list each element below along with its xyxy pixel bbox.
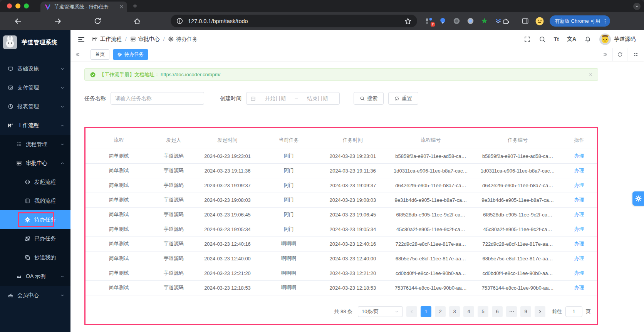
search-button[interactable] — [539, 36, 546, 43]
cell-start-time: 2024-03-23 12:40:00 — [196, 251, 260, 266]
ext-balloon-icon[interactable] — [439, 17, 447, 25]
layout-grid-button[interactable] — [627, 48, 644, 61]
site-info-icon[interactable] — [176, 17, 183, 25]
handle-link[interactable]: 办理 — [574, 285, 584, 290]
tag-tab-home[interactable]: 首页 — [91, 49, 109, 60]
new-tab-button[interactable] — [130, 1, 140, 11]
notification-bell[interactable] — [584, 36, 591, 43]
search-button[interactable]: 搜索 — [354, 92, 384, 105]
sidebar-item-member-center[interactable]: 会员中心 — [0, 286, 70, 305]
page-button-5[interactable]: 5 — [478, 306, 488, 317]
cell-current-task: 啊啊啊 — [260, 236, 319, 251]
gear-icon — [117, 52, 122, 57]
sidebar-item-todo-tasks[interactable]: 待办任务 — [0, 210, 70, 229]
page-button-9[interactable]: 9 — [520, 306, 531, 317]
handle-link[interactable]: 办理 — [574, 168, 584, 173]
sidebar-item-report[interactable]: 报表管理 — [0, 97, 70, 116]
cell-task-time: 2024-03-23 19:06:45 — [318, 207, 387, 222]
alert-link[interactable]: https://doc.iocoder.cn/bpm/ — [161, 72, 220, 77]
zoom-window-button[interactable] — [24, 3, 29, 8]
tag-tab-todo[interactable]: 待办任务 — [113, 49, 148, 60]
date-range-picker[interactable]: 开始日期 – 结束日期 — [246, 92, 340, 105]
menu-fold-button[interactable] — [77, 35, 85, 43]
next-page-button[interactable] — [535, 306, 545, 317]
ext-blocks-icon[interactable]: 7 — [425, 17, 433, 25]
browser-tab[interactable]: 芋道管理系统 - 待办任务 — [40, 2, 127, 12]
app-logo[interactable]: 芋道管理系统 — [0, 30, 70, 50]
extensions-puzzle-icon[interactable] — [502, 17, 510, 25]
cell-process-id: cd0bd0f4-e8cc-11ee-90b0-aa… — [387, 266, 474, 280]
pagination: 共 88 条10条/页1234569前往页 — [86, 295, 597, 324]
sidebar-item-process-management[interactable]: 流程管理 — [0, 135, 70, 154]
font-size-button[interactable]: Tt — [554, 36, 559, 42]
breadcrumb-item[interactable]: 工作流程 — [92, 36, 122, 43]
page-button-2[interactable]: 2 — [435, 306, 446, 317]
scroll-left-button[interactable] — [70, 48, 85, 61]
profile-avatar[interactable] — [535, 17, 544, 26]
handle-link[interactable]: 办理 — [574, 211, 584, 217]
handle-link[interactable]: 办理 — [574, 241, 584, 246]
create-time-label: 创建时间 — [220, 95, 242, 102]
forward-button[interactable] — [51, 15, 64, 28]
handle-link[interactable]: 办理 — [574, 182, 584, 188]
handle-link[interactable]: 办理 — [574, 153, 584, 159]
bookmark-star-icon[interactable] — [404, 17, 412, 25]
goto-input[interactable] — [565, 306, 582, 317]
total-count: 共 88 条 — [334, 308, 352, 315]
prev-page-button[interactable] — [406, 306, 417, 317]
home-button[interactable] — [131, 15, 144, 28]
sidebar-item-done-tasks[interactable]: 已办任务 — [0, 229, 70, 248]
cell-start-time: 2024-03-23 19:11:36 — [196, 163, 260, 178]
page-size-select[interactable]: 10条/页 — [358, 306, 403, 317]
breadcrumb-item[interactable]: 审批中心 — [130, 36, 160, 43]
close-window-button[interactable] — [7, 3, 12, 8]
sidebar-item-label: 工作流程 — [17, 122, 39, 129]
tag-tabs: 首页待办任务 — [91, 48, 598, 61]
cell-start-time: 2024-03-23 19:09:37 — [196, 178, 260, 193]
table-row: 简单测试芋道源码2024-03-23 19:06:45阿门2024-03-23 … — [86, 207, 597, 222]
sidebar-item-workflow[interactable]: 工作流程 — [0, 116, 70, 135]
sidebar-item-cc-me[interactable]: 抄送我的 — [0, 248, 70, 267]
refresh-page-button[interactable] — [612, 48, 627, 61]
task-name-input[interactable] — [111, 92, 204, 105]
handle-link[interactable]: 办理 — [574, 226, 584, 232]
browser-menu-icon[interactable] — [602, 18, 608, 24]
user-menu[interactable]: 芋道源码 — [599, 34, 636, 45]
page-button-3[interactable]: 3 — [449, 306, 460, 317]
alert-close-icon[interactable] — [589, 72, 593, 77]
fullscreen-button[interactable] — [524, 36, 531, 43]
column-header: 发起人 — [152, 132, 196, 149]
ext-dark-circle-icon[interactable] — [453, 17, 461, 25]
side-panel-icon[interactable] — [521, 17, 529, 25]
settings-drawer-button[interactable] — [632, 191, 644, 206]
reset-button[interactable]: 重置 — [388, 92, 418, 105]
handle-link[interactable]: 办理 — [574, 255, 584, 261]
tab-close-icon[interactable] — [119, 4, 124, 9]
tab-search-button[interactable] — [633, 3, 641, 10]
handle-link[interactable]: 办理 — [574, 270, 584, 276]
sidebar-item-my-process[interactable]: 我的流程 — [0, 191, 70, 210]
ext-blue-circle-icon[interactable] — [466, 17, 475, 25]
sidebar-item-oa-example[interactable]: OA 示例 — [0, 267, 70, 286]
chevron-down-icon — [60, 86, 65, 90]
url-bar[interactable]: 127.0.0.1/bpm/task/todo — [171, 15, 417, 27]
ext-chevrons-icon[interactable] — [494, 17, 502, 25]
breadcrumb-item[interactable]: 待办任务 — [168, 36, 198, 43]
page-button-1[interactable]: 1 — [421, 306, 431, 317]
ext-green-star-icon[interactable] — [480, 17, 488, 25]
sidebar-item-infrastructure[interactable]: 基础设施 — [0, 59, 70, 78]
page-button-4[interactable]: 4 — [463, 306, 474, 317]
minimize-window-button[interactable] — [15, 3, 20, 8]
scroll-right-button[interactable] — [598, 48, 612, 61]
sidebar-item-payment[interactable]: 支付管理 — [0, 78, 70, 97]
page-button-6[interactable]: 6 — [492, 306, 503, 317]
sidebar-item-approval-center[interactable]: 审批中心 — [0, 154, 70, 173]
handle-link[interactable]: 办理 — [574, 197, 584, 203]
reload-button[interactable] — [91, 15, 104, 28]
back-button[interactable] — [12, 15, 25, 28]
sidebar-item-initiate-process[interactable]: 发起流程 — [0, 173, 70, 191]
tags-bar: 首页待办任务 — [70, 48, 644, 61]
chrome-update-button[interactable]: 有新版 Chrome 可用 — [550, 15, 610, 27]
more-pages-button[interactable] — [506, 306, 517, 317]
translate-button[interactable]: 文A — [567, 36, 576, 43]
